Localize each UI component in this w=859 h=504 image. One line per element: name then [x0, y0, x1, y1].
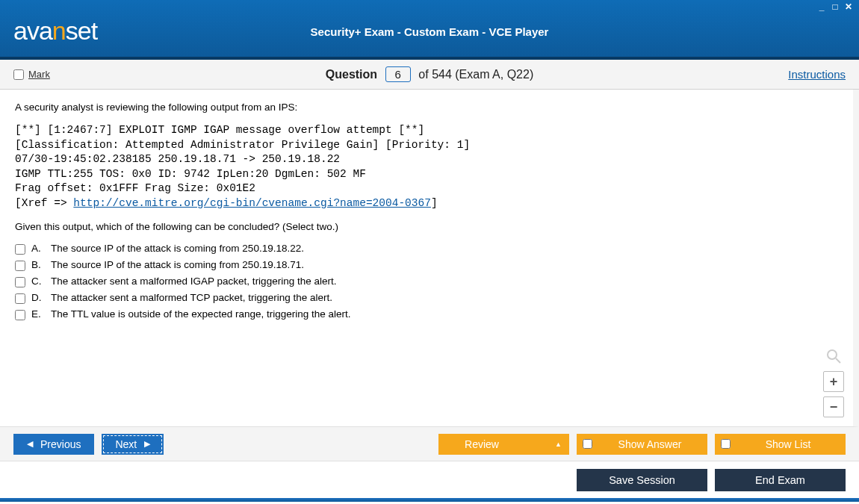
question-suffix: of 544 (Exam A, Q22): [418, 68, 533, 81]
svg-point-0: [828, 350, 837, 359]
review-button[interactable]: Review ▲: [438, 434, 569, 455]
question-content: A security analyst is reviewing the foll…: [0, 90, 859, 427]
question-prompt-2: Given this output, which of the followin…: [15, 221, 838, 232]
code-line-3: 07/30-19:45:02.238185 250.19.18.71 -> 25…: [15, 153, 340, 165]
triangle-up-icon: ▲: [555, 441, 562, 448]
answer-text: The source IP of the attack is coming fr…: [51, 243, 304, 254]
code-line-2: [Classification: Attempted Administrator…: [15, 139, 470, 151]
next-label: Next: [115, 438, 137, 450]
code-line-5: Frag offset: 0x1FFF Frag Size: 0x01E2: [15, 182, 255, 194]
answer-text: The TTL value is outside of the expected…: [51, 308, 351, 320]
next-button[interactable]: Next ▶: [102, 434, 164, 455]
code-line-6-post: ]: [431, 197, 438, 209]
previous-button[interactable]: ◀ Previous: [13, 434, 94, 455]
zoom-in-button[interactable]: +: [823, 371, 844, 392]
svg-line-1: [836, 358, 840, 363]
question-prompt-1: A security analyst is reviewing the foll…: [15, 102, 838, 113]
question-word: Question: [326, 68, 377, 81]
show-list-label: Show List: [731, 438, 846, 450]
zoom-out-button[interactable]: −: [823, 396, 844, 417]
answer-letter: D.: [31, 292, 45, 303]
window-title: Security+ Exam - Custom Exam - VCE Playe…: [0, 25, 859, 38]
answers-list: A. The source IP of the attack is coming…: [15, 243, 838, 320]
title-bar: avanset Security+ Exam - Custom Exam - V…: [0, 0, 859, 60]
show-list-checkbox[interactable]: [721, 439, 731, 449]
answer-checkbox-d[interactable]: [15, 293, 25, 304]
answer-row: A. The source IP of the attack is coming…: [15, 243, 838, 255]
answer-letter: A.: [31, 243, 45, 254]
answer-row: C. The attacker sent a malformed IGAP pa…: [15, 276, 838, 287]
answer-row: B. The source IP of the attack is coming…: [15, 259, 838, 271]
question-position: Question 6 of 544 (Exam A, Q22): [0, 66, 859, 82]
show-answer-button[interactable]: Show Answer: [577, 434, 707, 455]
answer-checkbox-e[interactable]: [15, 310, 25, 320]
maximize-icon[interactable]: □: [829, 1, 841, 12]
answer-row: E. The TTL value is outside of the expec…: [15, 308, 838, 320]
end-exam-button[interactable]: End Exam: [715, 469, 846, 491]
xref-link[interactable]: http://cve.mitre.org/cgi-bin/cvename.cgi…: [73, 197, 431, 209]
ips-output: [**] [1:2467:7] EXPLOIT IGMP IGAP messag…: [15, 123, 838, 211]
previous-label: Previous: [40, 438, 81, 450]
show-list-button[interactable]: Show List: [715, 434, 846, 455]
save-session-button[interactable]: Save Session: [577, 469, 707, 491]
zoom-tools: + −: [823, 349, 844, 417]
answer-letter: E.: [31, 308, 45, 320]
answer-text: The attacker sent a malformed IGAP packe…: [51, 276, 336, 287]
close-icon[interactable]: ✕: [843, 1, 855, 12]
chevron-left-icon: ◀: [27, 439, 33, 449]
question-toolbar: Mark Question 6 of 544 (Exam A, Q22) Ins…: [0, 60, 859, 90]
answer-checkbox-b[interactable]: [15, 261, 25, 271]
answer-row: D. The attacker sent a malformed TCP pac…: [15, 292, 838, 304]
show-answer-label: Show Answer: [592, 438, 707, 450]
answer-letter: C.: [31, 276, 45, 287]
code-line-6-pre: [Xref =>: [15, 197, 73, 209]
magnify-icon[interactable]: [825, 349, 843, 367]
answer-text: The attacker sent a malformed TCP packet…: [51, 292, 332, 303]
chevron-right-icon: ▶: [144, 439, 150, 449]
show-answer-checkbox[interactable]: [583, 439, 592, 449]
instructions-link[interactable]: Instructions: [788, 68, 846, 81]
answer-checkbox-c[interactable]: [15, 277, 25, 287]
minimize-icon[interactable]: _: [816, 1, 828, 12]
window-controls: _ □ ✕: [816, 1, 855, 12]
answer-checkbox-a[interactable]: [15, 244, 25, 255]
question-number[interactable]: 6: [385, 66, 411, 82]
answer-letter: B.: [31, 259, 45, 270]
answer-text: The source IP of the attack is coming fr…: [51, 259, 304, 270]
bottom-stripe: [0, 498, 859, 502]
review-label: Review: [438, 438, 525, 450]
code-line-4: IGMP TTL:255 TOS: 0x0 ID: 9742 IpLen:20 …: [15, 168, 366, 180]
code-line-1: [**] [1:2467:7] EXPLOIT IGMP IGAP messag…: [15, 124, 424, 136]
nav-bar-2: Save Session End Exam: [0, 461, 859, 498]
nav-bar-1: ◀ Previous Next ▶ Review ▲ Show Answer S…: [0, 427, 859, 461]
